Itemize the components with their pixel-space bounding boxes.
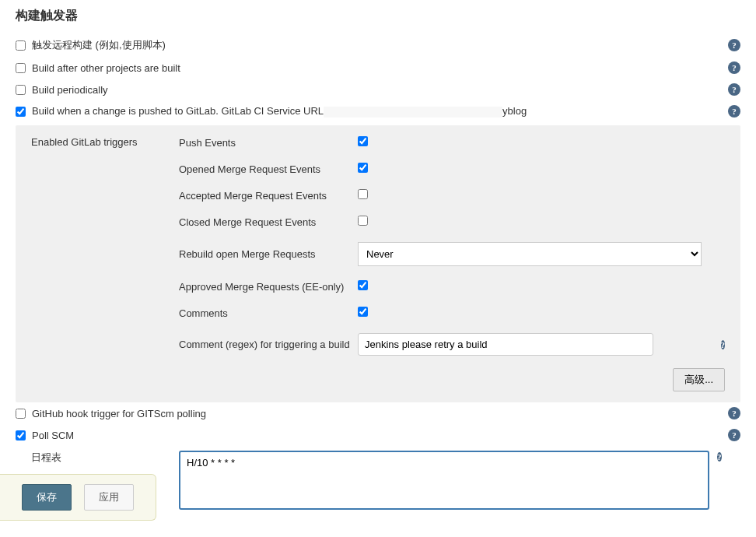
opened-mr-label: Opened Merge Request Events <box>179 163 358 175</box>
comment-regex-label: Comment (regex) for triggering a build <box>179 339 358 350</box>
gitlab-section-label: Enabled GitLab triggers <box>31 136 179 148</box>
gitlab-url-hidden <box>324 107 502 118</box>
help-icon[interactable]: ? <box>728 83 740 96</box>
gitlab-triggers-panel: Enabled GitLab triggers Push Events Open… <box>16 125 740 402</box>
trigger-poll-scm-label: Poll SCM <box>32 430 728 441</box>
trigger-after-projects-label: Build after other projects are built <box>32 62 728 74</box>
apply-button[interactable]: 应用 <box>84 484 134 511</box>
comments-label: Comments <box>179 307 358 319</box>
trigger-after-projects-checkbox[interactable] <box>16 63 26 73</box>
accepted-mr-checkbox[interactable] <box>358 189 368 199</box>
schedule-textarea[interactable]: H/10 * * * * <box>179 451 709 510</box>
schedule-label: 日程表 <box>31 451 171 465</box>
advanced-button[interactable]: 高级... <box>673 368 725 391</box>
help-icon[interactable]: ? <box>728 407 740 419</box>
trigger-poll-scm-checkbox[interactable] <box>16 430 26 440</box>
rebuild-open-mr-label: Rebuild open Merge Requests <box>179 248 358 260</box>
trigger-github-hook-row: GitHub hook trigger for GITScm polling ? <box>16 402 740 424</box>
closed-mr-label: Closed Merge Request Events <box>179 216 358 228</box>
trigger-poll-scm-row: Poll SCM ? <box>16 424 740 446</box>
help-icon[interactable]: ? <box>728 429 740 441</box>
trigger-remote-checkbox[interactable] <box>16 40 26 51</box>
accepted-mr-label: Accepted Merge Request Events <box>179 190 358 202</box>
trigger-periodically-row: Build periodically ? <box>16 79 740 100</box>
trigger-remote-row: 触发远程构建 (例如,使用脚本) ? <box>16 33 740 57</box>
trigger-github-hook-checkbox[interactable] <box>16 409 26 419</box>
trigger-gitlab-push-checkbox[interactable] <box>16 107 26 117</box>
trigger-periodically-checkbox[interactable] <box>16 85 26 95</box>
gitlab-url-prefix: Build when a change is pushed to GitLab.… <box>32 105 324 117</box>
help-icon[interactable]: ? <box>728 105 740 118</box>
help-icon[interactable]: ? <box>728 39 740 51</box>
footer-bar: 保存 应用 <box>0 474 156 521</box>
trigger-remote-label: 触发远程构建 (例如,使用脚本) <box>32 38 728 52</box>
save-button[interactable]: 保存 <box>22 484 72 511</box>
gitlab-url-suffix: yblog <box>502 105 527 117</box>
comment-regex-input[interactable] <box>358 333 653 356</box>
trigger-gitlab-push-label: Build when a change is pushed to GitLab.… <box>32 105 728 118</box>
rebuild-open-mr-select[interactable]: Never <box>358 242 702 266</box>
closed-mr-checkbox[interactable] <box>358 216 368 226</box>
trigger-gitlab-push-row: Build when a change is pushed to GitLab.… <box>16 100 740 122</box>
help-icon[interactable]: ? <box>717 452 722 462</box>
approved-mr-checkbox[interactable] <box>358 280 368 290</box>
trigger-github-hook-label: GitHub hook trigger for GITScm polling <box>32 408 728 419</box>
trigger-periodically-label: Build periodically <box>32 84 728 96</box>
help-icon[interactable]: ? <box>728 61 740 74</box>
push-events-label: Push Events <box>179 137 358 149</box>
trigger-after-projects-row: Build after other projects are built ? <box>16 57 740 79</box>
help-icon[interactable]: ? <box>721 340 726 349</box>
opened-mr-checkbox[interactable] <box>358 163 368 173</box>
comments-checkbox[interactable] <box>358 307 368 317</box>
approved-mr-label: Approved Merge Requests (EE-only) <box>179 281 358 293</box>
section-title: 构建触发器 <box>16 8 740 24</box>
push-events-checkbox[interactable] <box>358 136 368 146</box>
